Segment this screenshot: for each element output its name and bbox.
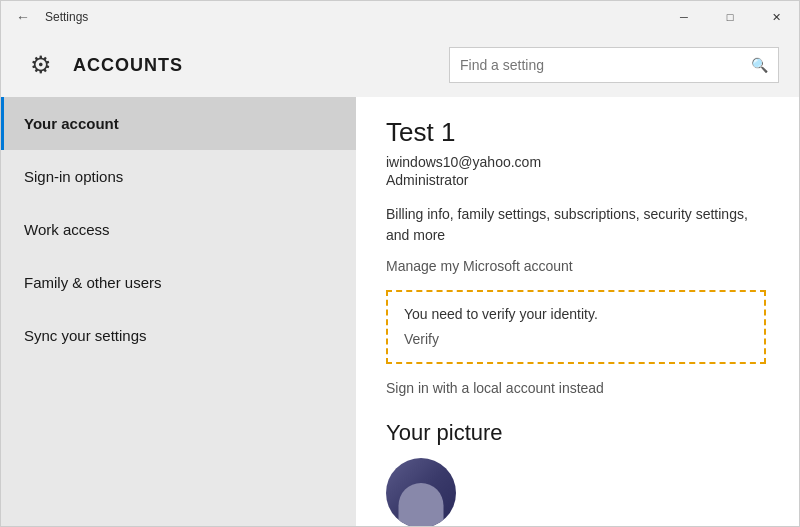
sidebar: Your account Sign-in options Work access… — [1, 97, 356, 526]
minimize-button[interactable]: ─ — [661, 1, 707, 33]
your-picture-title: Your picture — [386, 420, 769, 446]
sidebar-item-sign-in-options[interactable]: Sign-in options — [1, 150, 356, 203]
local-account-link[interactable]: Sign in with a local account instead — [386, 380, 769, 396]
user-role: Administrator — [386, 172, 769, 188]
user-name: Test 1 — [386, 117, 769, 148]
app-header: ⚙ ACCOUNTS 🔍 — [1, 33, 799, 97]
settings-window: ← Settings ─ □ ✕ ⚙ ACCOUNTS 🔍 — [0, 0, 800, 527]
title-bar: ← Settings ─ □ ✕ — [1, 1, 799, 33]
verify-link[interactable]: Verify — [404, 331, 439, 347]
title-bar-left: ← Settings — [9, 3, 88, 31]
verify-box: You need to verify your identity. Verify — [386, 290, 766, 364]
close-button[interactable]: ✕ — [753, 1, 799, 33]
maximize-button[interactable]: □ — [707, 1, 753, 33]
sidebar-item-sync-settings[interactable]: Sync your settings — [1, 309, 356, 362]
avatar — [386, 458, 456, 526]
manage-account-link[interactable]: Manage my Microsoft account — [386, 258, 769, 274]
sidebar-item-work-access[interactable]: Work access — [1, 203, 356, 256]
app-title: ACCOUNTS — [73, 55, 449, 76]
billing-info: Billing info, family settings, subscript… — [386, 204, 769, 246]
search-input[interactable] — [460, 57, 751, 73]
accounts-icon: ⚙ — [21, 45, 61, 85]
search-box[interactable]: 🔍 — [449, 47, 779, 83]
search-icon: 🔍 — [751, 57, 768, 73]
sidebar-item-family-other-users[interactable]: Family & other users — [1, 256, 356, 309]
window-title: Settings — [45, 10, 88, 24]
sidebar-item-your-account[interactable]: Your account — [1, 97, 356, 150]
verify-text: You need to verify your identity. — [404, 306, 748, 322]
main-content: Your account Sign-in options Work access… — [1, 97, 799, 526]
user-email: iwindows10@yahoo.com — [386, 154, 769, 170]
content-area: Test 1 iwindows10@yahoo.com Administrato… — [356, 97, 799, 526]
avatar-row — [386, 458, 769, 526]
window-controls: ─ □ ✕ — [661, 1, 799, 33]
back-button[interactable]: ← — [9, 3, 37, 31]
